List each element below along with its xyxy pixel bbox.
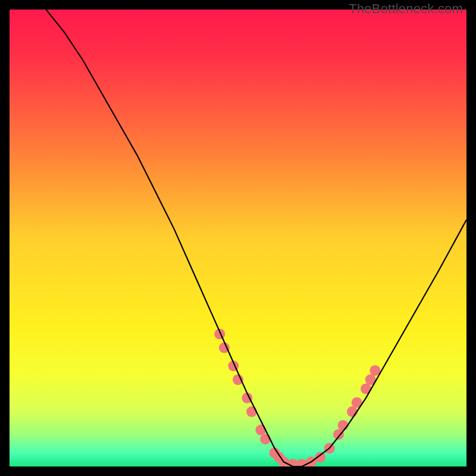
marker-dot [246, 406, 257, 417]
marker-dot [333, 429, 344, 440]
watermark-label: TheBottleneck.com [349, 1, 463, 17]
chart-frame [10, 10, 466, 466]
chart-background [10, 10, 466, 466]
marker-dot [347, 406, 358, 417]
marker-dot [255, 425, 266, 436]
bottleneck-chart [10, 10, 466, 466]
marker-dot [260, 434, 271, 444]
